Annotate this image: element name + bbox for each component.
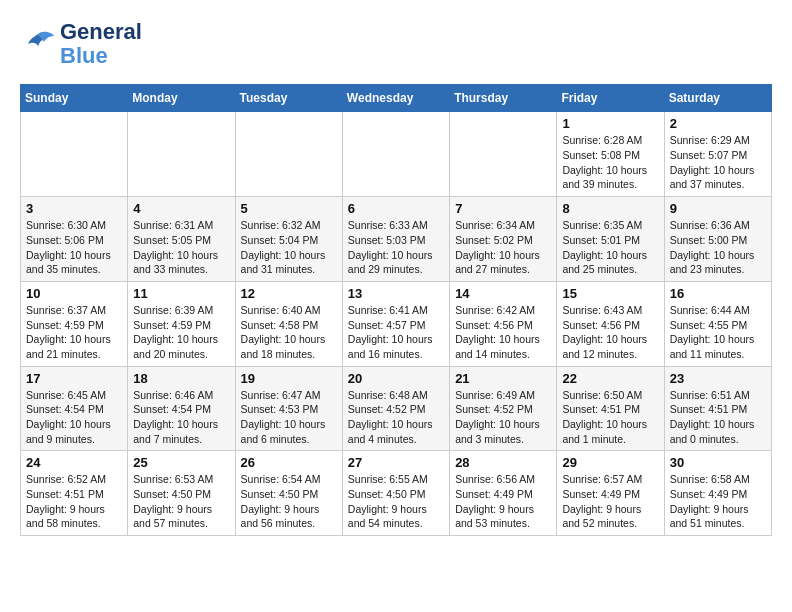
day-cell-5: 5Sunrise: 6:32 AMSunset: 5:04 PMDaylight…	[235, 197, 342, 282]
day-cell-13: 13Sunrise: 6:41 AMSunset: 4:57 PMDayligh…	[342, 281, 449, 366]
weekday-header-friday: Friday	[557, 85, 664, 112]
day-info: Sunrise: 6:32 AMSunset: 5:04 PMDaylight:…	[241, 218, 337, 277]
day-number: 7	[455, 201, 551, 216]
day-cell-21: 21Sunrise: 6:49 AMSunset: 4:52 PMDayligh…	[450, 366, 557, 451]
day-number: 16	[670, 286, 766, 301]
day-number: 2	[670, 116, 766, 131]
day-cell-7: 7Sunrise: 6:34 AMSunset: 5:02 PMDaylight…	[450, 197, 557, 282]
weekday-header-tuesday: Tuesday	[235, 85, 342, 112]
day-number: 29	[562, 455, 658, 470]
day-number: 9	[670, 201, 766, 216]
day-number: 8	[562, 201, 658, 216]
day-number: 1	[562, 116, 658, 131]
logo-bird-icon	[20, 28, 56, 60]
day-info: Sunrise: 6:39 AMSunset: 4:59 PMDaylight:…	[133, 303, 229, 362]
day-cell-15: 15Sunrise: 6:43 AMSunset: 4:56 PMDayligh…	[557, 281, 664, 366]
empty-cell	[21, 112, 128, 197]
day-cell-6: 6Sunrise: 6:33 AMSunset: 5:03 PMDaylight…	[342, 197, 449, 282]
day-cell-28: 28Sunrise: 6:56 AMSunset: 4:49 PMDayligh…	[450, 451, 557, 536]
day-number: 17	[26, 371, 122, 386]
day-number: 30	[670, 455, 766, 470]
day-cell-27: 27Sunrise: 6:55 AMSunset: 4:50 PMDayligh…	[342, 451, 449, 536]
day-cell-10: 10Sunrise: 6:37 AMSunset: 4:59 PMDayligh…	[21, 281, 128, 366]
day-info: Sunrise: 6:54 AMSunset: 4:50 PMDaylight:…	[241, 472, 337, 531]
empty-cell	[235, 112, 342, 197]
day-cell-8: 8Sunrise: 6:35 AMSunset: 5:01 PMDaylight…	[557, 197, 664, 282]
day-number: 11	[133, 286, 229, 301]
day-cell-1: 1Sunrise: 6:28 AMSunset: 5:08 PMDaylight…	[557, 112, 664, 197]
logo: General Blue	[20, 20, 142, 68]
day-number: 26	[241, 455, 337, 470]
day-number: 23	[670, 371, 766, 386]
day-info: Sunrise: 6:35 AMSunset: 5:01 PMDaylight:…	[562, 218, 658, 277]
day-info: Sunrise: 6:31 AMSunset: 5:05 PMDaylight:…	[133, 218, 229, 277]
weekday-header-sunday: Sunday	[21, 85, 128, 112]
day-cell-29: 29Sunrise: 6:57 AMSunset: 4:49 PMDayligh…	[557, 451, 664, 536]
day-info: Sunrise: 6:52 AMSunset: 4:51 PMDaylight:…	[26, 472, 122, 531]
weekday-header-thursday: Thursday	[450, 85, 557, 112]
day-info: Sunrise: 6:41 AMSunset: 4:57 PMDaylight:…	[348, 303, 444, 362]
day-number: 5	[241, 201, 337, 216]
day-info: Sunrise: 6:29 AMSunset: 5:07 PMDaylight:…	[670, 133, 766, 192]
day-number: 3	[26, 201, 122, 216]
day-info: Sunrise: 6:44 AMSunset: 4:55 PMDaylight:…	[670, 303, 766, 362]
day-number: 21	[455, 371, 551, 386]
day-number: 14	[455, 286, 551, 301]
day-cell-26: 26Sunrise: 6:54 AMSunset: 4:50 PMDayligh…	[235, 451, 342, 536]
day-number: 28	[455, 455, 551, 470]
day-cell-18: 18Sunrise: 6:46 AMSunset: 4:54 PMDayligh…	[128, 366, 235, 451]
day-cell-17: 17Sunrise: 6:45 AMSunset: 4:54 PMDayligh…	[21, 366, 128, 451]
day-info: Sunrise: 6:45 AMSunset: 4:54 PMDaylight:…	[26, 388, 122, 447]
day-info: Sunrise: 6:56 AMSunset: 4:49 PMDaylight:…	[455, 472, 551, 531]
day-cell-3: 3Sunrise: 6:30 AMSunset: 5:06 PMDaylight…	[21, 197, 128, 282]
day-cell-19: 19Sunrise: 6:47 AMSunset: 4:53 PMDayligh…	[235, 366, 342, 451]
day-info: Sunrise: 6:37 AMSunset: 4:59 PMDaylight:…	[26, 303, 122, 362]
empty-cell	[128, 112, 235, 197]
day-cell-11: 11Sunrise: 6:39 AMSunset: 4:59 PMDayligh…	[128, 281, 235, 366]
day-cell-14: 14Sunrise: 6:42 AMSunset: 4:56 PMDayligh…	[450, 281, 557, 366]
day-number: 12	[241, 286, 337, 301]
day-info: Sunrise: 6:42 AMSunset: 4:56 PMDaylight:…	[455, 303, 551, 362]
day-info: Sunrise: 6:58 AMSunset: 4:49 PMDaylight:…	[670, 472, 766, 531]
weekday-header-wednesday: Wednesday	[342, 85, 449, 112]
day-number: 15	[562, 286, 658, 301]
day-cell-9: 9Sunrise: 6:36 AMSunset: 5:00 PMDaylight…	[664, 197, 771, 282]
day-info: Sunrise: 6:34 AMSunset: 5:02 PMDaylight:…	[455, 218, 551, 277]
day-info: Sunrise: 6:36 AMSunset: 5:00 PMDaylight:…	[670, 218, 766, 277]
day-info: Sunrise: 6:49 AMSunset: 4:52 PMDaylight:…	[455, 388, 551, 447]
day-cell-30: 30Sunrise: 6:58 AMSunset: 4:49 PMDayligh…	[664, 451, 771, 536]
day-number: 25	[133, 455, 229, 470]
day-cell-23: 23Sunrise: 6:51 AMSunset: 4:51 PMDayligh…	[664, 366, 771, 451]
day-cell-20: 20Sunrise: 6:48 AMSunset: 4:52 PMDayligh…	[342, 366, 449, 451]
day-number: 10	[26, 286, 122, 301]
day-cell-22: 22Sunrise: 6:50 AMSunset: 4:51 PMDayligh…	[557, 366, 664, 451]
day-number: 20	[348, 371, 444, 386]
day-info: Sunrise: 6:30 AMSunset: 5:06 PMDaylight:…	[26, 218, 122, 277]
day-info: Sunrise: 6:57 AMSunset: 4:49 PMDaylight:…	[562, 472, 658, 531]
day-info: Sunrise: 6:51 AMSunset: 4:51 PMDaylight:…	[670, 388, 766, 447]
day-info: Sunrise: 6:53 AMSunset: 4:50 PMDaylight:…	[133, 472, 229, 531]
day-info: Sunrise: 6:28 AMSunset: 5:08 PMDaylight:…	[562, 133, 658, 192]
calendar-table: SundayMondayTuesdayWednesdayThursdayFrid…	[20, 84, 772, 536]
day-info: Sunrise: 6:46 AMSunset: 4:54 PMDaylight:…	[133, 388, 229, 447]
page-header: General Blue	[20, 20, 772, 68]
empty-cell	[450, 112, 557, 197]
day-cell-12: 12Sunrise: 6:40 AMSunset: 4:58 PMDayligh…	[235, 281, 342, 366]
weekday-header-saturday: Saturday	[664, 85, 771, 112]
day-number: 27	[348, 455, 444, 470]
day-number: 13	[348, 286, 444, 301]
day-info: Sunrise: 6:47 AMSunset: 4:53 PMDaylight:…	[241, 388, 337, 447]
day-cell-2: 2Sunrise: 6:29 AMSunset: 5:07 PMDaylight…	[664, 112, 771, 197]
day-cell-16: 16Sunrise: 6:44 AMSunset: 4:55 PMDayligh…	[664, 281, 771, 366]
day-cell-24: 24Sunrise: 6:52 AMSunset: 4:51 PMDayligh…	[21, 451, 128, 536]
day-number: 6	[348, 201, 444, 216]
day-cell-4: 4Sunrise: 6:31 AMSunset: 5:05 PMDaylight…	[128, 197, 235, 282]
day-number: 19	[241, 371, 337, 386]
day-number: 18	[133, 371, 229, 386]
empty-cell	[342, 112, 449, 197]
day-info: Sunrise: 6:55 AMSunset: 4:50 PMDaylight:…	[348, 472, 444, 531]
weekday-header-monday: Monday	[128, 85, 235, 112]
day-cell-25: 25Sunrise: 6:53 AMSunset: 4:50 PMDayligh…	[128, 451, 235, 536]
day-info: Sunrise: 6:50 AMSunset: 4:51 PMDaylight:…	[562, 388, 658, 447]
day-info: Sunrise: 6:48 AMSunset: 4:52 PMDaylight:…	[348, 388, 444, 447]
